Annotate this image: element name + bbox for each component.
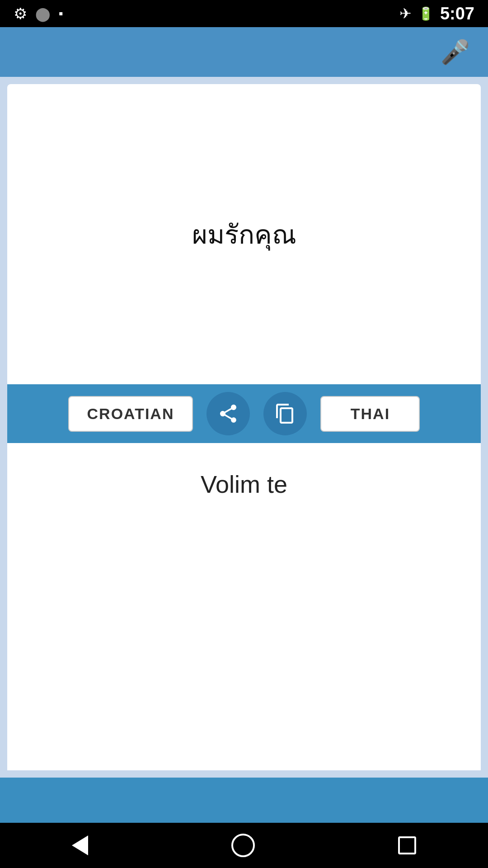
status-left-icons: ⚙ ⬤ ▪ [14, 5, 63, 23]
gear-icon: ⚙ [14, 5, 27, 23]
nav-bar [0, 823, 488, 868]
nav-home-button[interactable] [231, 834, 255, 857]
target-language-button[interactable]: THAI [320, 396, 420, 432]
battery-icon: 🔋 [418, 6, 434, 21]
status-bar: ⚙ ⬤ ▪ ✈ 🔋 5:07 [0, 0, 488, 27]
source-language-button[interactable]: CROATIAN [68, 396, 193, 432]
back-arrow-icon [72, 835, 88, 855]
action-bar: 🎤 [0, 27, 488, 77]
translated-text: Volim te [201, 470, 287, 498]
bottom-bar [0, 778, 488, 823]
share-button[interactable] [206, 392, 250, 435]
sd-card-icon: ▪ [59, 6, 63, 21]
nav-back-button[interactable] [72, 835, 88, 855]
mic-icon: 🎤 [441, 38, 470, 66]
home-circle-icon [231, 834, 255, 857]
status-time: 5:07 [440, 4, 474, 24]
source-panel[interactable]: ผมรักคุณ [7, 84, 481, 384]
copy-button[interactable] [263, 392, 307, 435]
recent-square-icon [398, 836, 416, 854]
translated-panel[interactable]: Volim te [7, 443, 481, 770]
nav-recent-button[interactable] [398, 836, 416, 854]
share-icon [217, 403, 239, 425]
mic-button[interactable]: 🎤 [441, 38, 470, 66]
circle-icon: ⬤ [35, 6, 51, 22]
main-content: ผมรักคุณ CROATIAN THAI Volim te [0, 77, 488, 778]
copy-icon [274, 403, 296, 425]
airplane-icon: ✈ [399, 5, 412, 22]
source-text: ผมรักคุณ [183, 204, 305, 264]
status-right-icons: ✈ 🔋 5:07 [399, 4, 474, 24]
lang-toolbar: CROATIAN THAI [7, 384, 481, 443]
